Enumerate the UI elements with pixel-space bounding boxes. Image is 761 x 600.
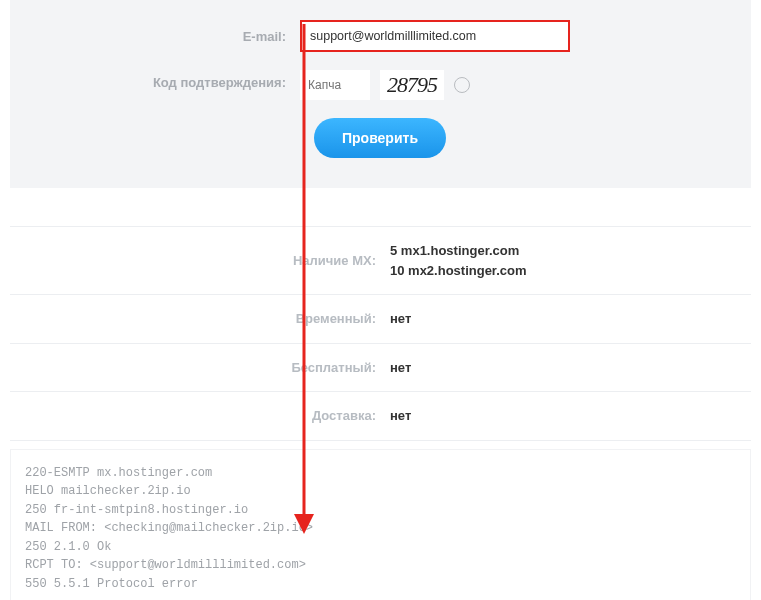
free-value: нет — [390, 358, 751, 378]
result-mx: Наличие MX: 5 mx1.hostinger.com 10 mx2.h… — [10, 227, 751, 294]
captcha-row: Код подтверждения: 28795 — [30, 70, 731, 100]
temp-label: Временный: — [10, 311, 390, 326]
email-input[interactable] — [300, 20, 570, 52]
email-row: E-mail: — [30, 20, 731, 52]
captcha-image: 28795 — [380, 70, 444, 100]
temp-value: нет — [390, 309, 751, 329]
mx-line: 5 mx1.hostinger.com — [390, 241, 751, 261]
result-temp: Временный: нет — [10, 295, 751, 343]
smtp-log: 220-ESMTP mx.hostinger.com HELO mailchec… — [10, 449, 751, 601]
mx-line: 10 mx2.hostinger.com — [390, 261, 751, 281]
email-label: E-mail: — [30, 29, 300, 44]
reload-icon[interactable] — [454, 77, 470, 93]
check-form: E-mail: Код подтверждения: 28795 Провери… — [10, 0, 751, 188]
result-free: Бесплатный: нет — [10, 344, 751, 392]
delivery-value: нет — [390, 406, 751, 426]
captcha-input[interactable] — [300, 70, 370, 100]
submit-button[interactable]: Проверить — [314, 118, 446, 158]
free-label: Бесплатный: — [10, 360, 390, 375]
mx-value: 5 mx1.hostinger.com 10 mx2.hostinger.com — [390, 241, 751, 280]
result-delivery: Доставка: нет — [10, 392, 751, 440]
mx-label: Наличие MX: — [10, 253, 390, 268]
delivery-label: Доставка: — [10, 408, 390, 423]
captcha-label: Код подтверждения: — [30, 70, 300, 92]
